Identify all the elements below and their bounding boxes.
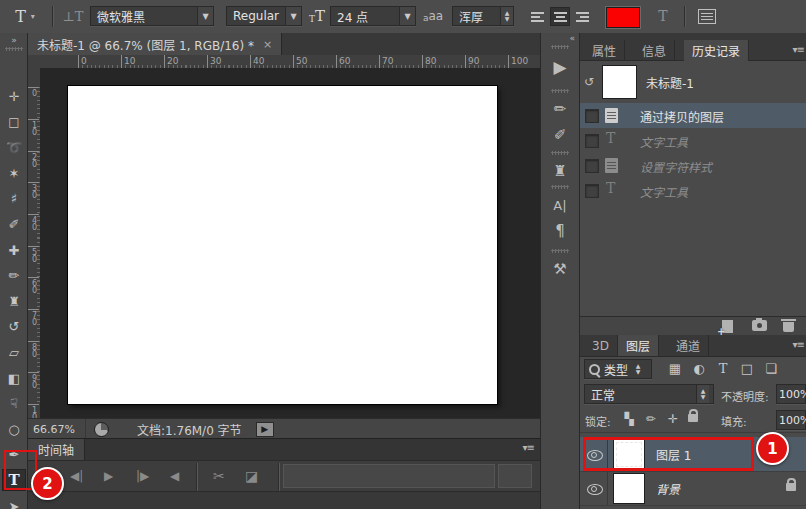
panel-grip[interactable]	[551, 185, 569, 189]
timeline-track-well[interactable]	[283, 464, 495, 488]
panel-menu-icon[interactable]: ▾≡	[793, 339, 804, 350]
timeline-track-well[interactable]	[498, 464, 532, 488]
first-frame-button[interactable]: ◀|	[70, 468, 83, 484]
tool-smudge[interactable]: ☟	[2, 392, 26, 414]
tool-lasso[interactable]: ➰	[2, 136, 26, 158]
history-state-row[interactable]: 设置字符样式	[580, 153, 806, 178]
audio-button[interactable]: ◀	[170, 468, 179, 484]
history-source-checkbox[interactable]	[585, 184, 599, 198]
font-size-select[interactable]: 24 点 ▼	[330, 6, 416, 26]
panel-menu-icon[interactable]: ▾≡	[793, 44, 804, 55]
tool-path-selection[interactable]: ➤	[2, 495, 26, 509]
lock-all-icon[interactable]	[688, 414, 698, 422]
anti-alias-select[interactable]: 浑厚 ▲▼	[452, 6, 514, 26]
close-icon[interactable]: ×	[263, 38, 272, 51]
actions-panel-button[interactable]: ▶	[541, 55, 579, 79]
brushes-panel-button[interactable]: ✐	[541, 123, 579, 147]
tool-gradient[interactable]: ◧	[2, 367, 26, 389]
font-style-select[interactable]: Regular ▼	[226, 6, 302, 26]
toggle-panels-button[interactable]	[694, 4, 720, 28]
lock-position-icon[interactable]: ✛	[664, 412, 682, 426]
history-state-row[interactable]: 通过拷贝的图层	[580, 103, 806, 128]
new-document-from-state-button[interactable]	[722, 320, 733, 333]
tab-history[interactable]: 历史记录	[684, 40, 749, 61]
panel-grip[interactable]	[551, 249, 569, 253]
tool-healing-brush[interactable]: ✚	[2, 239, 26, 261]
history-state-row[interactable]: T 文字工具	[580, 178, 806, 203]
panel-grip[interactable]	[551, 151, 569, 155]
smart-object-filter-icon[interactable]: ❏	[762, 361, 780, 376]
panel-menu-icon[interactable]: ▾≡	[523, 442, 534, 453]
history-source-checkbox[interactable]	[585, 159, 599, 173]
tool-move[interactable]: ✛	[2, 85, 26, 107]
clone-source-panel-button[interactable]: ♜	[541, 159, 579, 183]
tool-eyedropper[interactable]: ✐	[2, 213, 26, 235]
adjustment-layer-filter-icon[interactable]: ◐	[690, 361, 708, 376]
tool-magic-wand[interactable]: ✶	[2, 162, 26, 184]
next-frame-button[interactable]: |▶	[136, 468, 149, 484]
split-clip-button[interactable]: ✂	[213, 468, 225, 484]
document-canvas[interactable]	[68, 86, 497, 404]
pixel-layer-filter-icon[interactable]: ▦	[666, 361, 684, 376]
play-button[interactable]: ▶	[104, 468, 113, 484]
align-right-button[interactable]	[572, 7, 592, 26]
opacity-field[interactable]: 100%	[776, 384, 806, 404]
layer-row-background[interactable]: 背景	[580, 471, 806, 506]
shape-layer-filter-icon[interactable]: □	[738, 361, 756, 376]
delete-state-button[interactable]	[783, 319, 794, 332]
layer-thumbnail[interactable]	[613, 473, 645, 504]
visibility-eye-icon[interactable]	[587, 484, 603, 495]
tab-properties[interactable]: 属性	[584, 40, 625, 61]
history-snapshot-row[interactable]: ↺ 未标题-1	[580, 63, 806, 101]
history-state-row[interactable]: T 文字工具	[580, 128, 806, 153]
status-bar: 66.67% 文档:1.76M/0 字节 ▶	[28, 418, 540, 439]
layer-filter-select[interactable]: 类型 ▲▼	[584, 359, 652, 379]
timeline-toolbar: ◀| ▶ |▶ ◀ ✂ ◪	[28, 460, 540, 492]
tool-eraser[interactable]: ▱	[2, 341, 26, 363]
zoom-level-field[interactable]: 66.67%	[28, 419, 86, 439]
horizontal-ruler[interactable]: 0 10 20 30 40 50 60 70 80 90 100	[40, 55, 540, 69]
brush-presets-panel-button[interactable]: ✏	[541, 97, 579, 121]
canvas-pasteboard[interactable]	[40, 68, 540, 418]
tool-marquee[interactable]: □	[2, 111, 26, 133]
document-tab[interactable]: 未标题-1 @ 66.7% (图层 1, RGB/16) * ×	[28, 33, 282, 55]
tool-clone-stamp[interactable]: ♜	[2, 290, 26, 312]
text-color-swatch[interactable]	[606, 7, 640, 28]
align-center-button[interactable]	[550, 7, 570, 26]
expand-panels-icon[interactable]: «	[569, 33, 575, 43]
transition-button[interactable]: ◪	[245, 468, 258, 484]
panel-grip[interactable]	[551, 89, 569, 93]
ruler-tick: 10	[121, 55, 135, 69]
tab-3d[interactable]: 3D	[584, 335, 618, 356]
panel-grip[interactable]	[5, 47, 23, 51]
text-orientation-button[interactable]: ⊥T	[60, 4, 86, 28]
layer-name[interactable]: 背景	[656, 480, 680, 497]
history-source-checkbox[interactable]	[585, 134, 599, 148]
collapse-toolbar-icon[interactable]: »	[0, 35, 28, 45]
panel-grip[interactable]	[551, 45, 569, 49]
tab-channels[interactable]: 通道	[668, 335, 709, 356]
type-tool-preset-button[interactable]: T ▾	[6, 4, 44, 28]
tool-dodge[interactable]: ○	[2, 418, 26, 440]
tool-crop[interactable]: ♯	[2, 187, 26, 209]
font-family-select[interactable]: 微软雅黑 ▼	[90, 6, 214, 26]
tab-info[interactable]: 信息	[634, 40, 675, 61]
tab-layers[interactable]: 图层	[618, 335, 659, 356]
new-snapshot-button[interactable]	[752, 320, 767, 331]
blend-mode-select[interactable]: 正常 ▲▼	[584, 384, 714, 404]
character-panel-button[interactable]: A|	[541, 193, 579, 217]
align-left-button[interactable]	[528, 7, 548, 26]
spinner-icon: ▲▼	[500, 7, 513, 25]
tool-history-brush[interactable]: ↺	[2, 315, 26, 337]
paragraph-panel-button[interactable]: ¶	[541, 219, 579, 243]
type-layer-filter-icon[interactable]: T	[714, 361, 732, 376]
fill-field[interactable]: 100%	[776, 410, 806, 430]
warp-text-button[interactable]: T	[650, 4, 676, 28]
lock-image-pixels-icon[interactable]: ✏	[642, 412, 660, 426]
tool-presets-panel-button[interactable]: ⚒	[541, 257, 579, 281]
lock-transparent-pixels-icon[interactable]: ▚	[620, 412, 638, 426]
status-bar-menu-button[interactable]: ▶	[256, 422, 274, 437]
tool-brush[interactable]: ✏	[2, 264, 26, 286]
history-source-checkbox[interactable]	[585, 109, 599, 123]
history-brush-source-icon[interactable]: ↺	[584, 75, 594, 89]
